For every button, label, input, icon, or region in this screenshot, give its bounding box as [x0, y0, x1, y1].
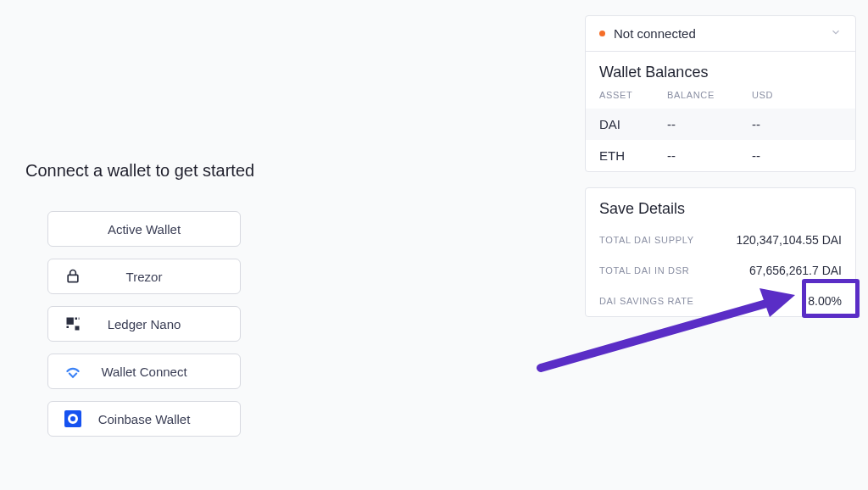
- coinbase-icon: [64, 409, 82, 428]
- cell-balance: --: [667, 148, 752, 163]
- save-details-card: Save Details TOTAL DAI SUPPLY 120,347,10…: [585, 187, 856, 317]
- balance-row: DAI -- --: [586, 109, 855, 140]
- svg-rect-5: [75, 326, 80, 331]
- save-row-savings-rate: DAI SAVINGS RATE 8.00%: [586, 286, 855, 316]
- cell-balance: --: [667, 117, 752, 131]
- svg-rect-4: [67, 326, 70, 329]
- cell-usd: --: [752, 117, 842, 131]
- wallet-balances-section: Wallet Balances ASSET BALANCE USD DAI --…: [586, 51, 855, 171]
- wallet-option-ledger-nano[interactable]: Ledger Nano: [47, 306, 241, 342]
- save-row-key: DAI SAVINGS RATE: [599, 296, 694, 306]
- connect-heading: Connect a wallet to get started: [25, 161, 280, 181]
- wallet-option-label: Active Wallet: [108, 222, 181, 237]
- ledger-icon: [64, 315, 82, 333]
- save-row-value: 120,347,104.55 DAI: [736, 233, 842, 247]
- svg-rect-1: [67, 318, 74, 325]
- wallet-option-label: Ledger Nano: [108, 317, 181, 331]
- save-row-key: TOTAL DAI IN DSR: [599, 265, 689, 276]
- save-row-key: TOTAL DAI SUPPLY: [599, 235, 694, 245]
- wallet-option-label: Coinbase Wallet: [98, 412, 191, 426]
- svg-rect-2: [75, 318, 78, 320]
- wallet-option-trezor[interactable]: Trezor: [47, 259, 241, 294]
- col-asset: ASSET: [599, 90, 667, 100]
- cell-usd: --: [752, 148, 842, 163]
- save-row-value: 67,656,261.7 DAI: [749, 264, 842, 277]
- status-dot-icon: [599, 31, 605, 36]
- save-row-value: 8.00%: [808, 294, 842, 308]
- wallet-status-and-balances-card: Not connected Wallet Balances ASSET BALA…: [585, 15, 856, 172]
- save-details-title: Save Details: [586, 188, 855, 225]
- col-usd: USD: [752, 90, 842, 100]
- lock-icon: [64, 267, 82, 286]
- col-balance: BALANCE: [667, 90, 752, 100]
- save-row-total-supply: TOTAL DAI SUPPLY 120,347,104.55 DAI: [586, 225, 855, 255]
- cell-asset: ETH: [599, 148, 667, 163]
- wallet-option-coinbase[interactable]: Coinbase Wallet: [47, 401, 241, 437]
- wallet-options: Active Wallet Trezor: [25, 211, 280, 437]
- svg-rect-3: [79, 318, 80, 320]
- cell-asset: DAI: [599, 117, 667, 131]
- wallet-option-label: Wallet Connect: [101, 365, 186, 379]
- wallet-option-walletconnect[interactable]: Wallet Connect: [47, 354, 241, 389]
- chevron-down-icon: [830, 26, 842, 41]
- balances-header-row: ASSET BALANCE USD: [586, 86, 855, 109]
- walletconnect-icon: [64, 362, 82, 381]
- wallet-option-label: Trezor: [126, 270, 163, 284]
- balance-row: ETH -- --: [586, 140, 855, 171]
- connection-status-text: Not connected: [614, 26, 696, 41]
- wallet-balances-title: Wallet Balances: [586, 52, 855, 86]
- save-row-total-in-dsr: TOTAL DAI IN DSR 67,656,261.7 DAI: [586, 255, 855, 286]
- connection-status-row[interactable]: Not connected: [586, 16, 855, 51]
- svg-rect-0: [68, 275, 78, 281]
- wallet-option-active-wallet[interactable]: Active Wallet: [47, 211, 241, 247]
- connect-wallet-panel: Connect a wallet to get started Active W…: [25, 161, 280, 437]
